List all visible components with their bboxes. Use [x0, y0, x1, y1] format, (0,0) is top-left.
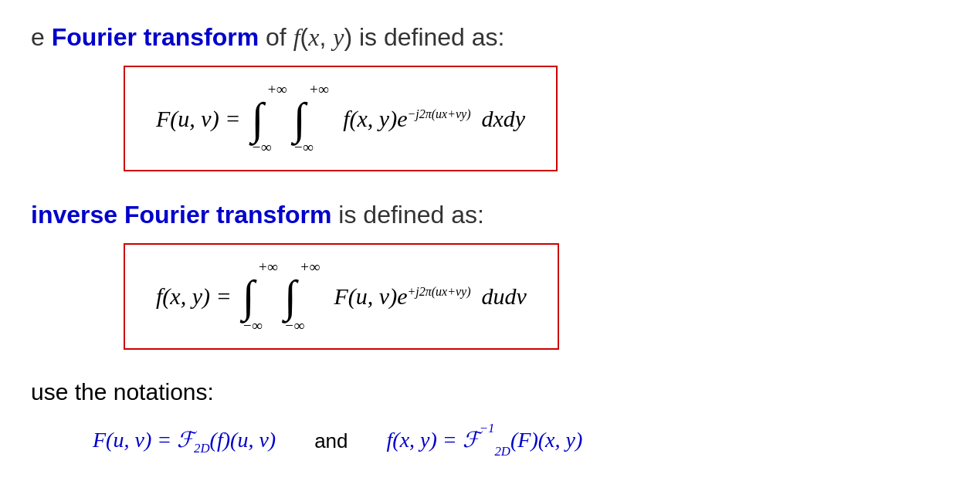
inverse-fourier-label: inverse Fourier transform — [31, 201, 331, 229]
integral2-sign: ∫ — [293, 100, 306, 137]
inverse-fourier-section: inverse Fourier transform is defined as:… — [31, 201, 949, 357]
integral3-bottom: −∞ — [242, 317, 263, 334]
formula2-lhs: f(x, y) = — [156, 283, 232, 310]
fourier-transform-label: Fourier transform — [52, 23, 259, 51]
formula-2-content: f(x, y) = +∞ ∫ −∞ +∞ ∫ −∞ F(u, v)e — [156, 259, 527, 334]
formula2-integrand: F(u, v)e+j2π(ux+vy) — [334, 283, 470, 310]
formula1-lhs: F(u, v) = — [156, 106, 240, 132]
fourier-transform-section: e Fourier transform of f(x, y) is define… — [31, 23, 949, 179]
integral4-bottom: −∞ — [284, 317, 304, 334]
formula2-differential: dudv — [482, 283, 527, 310]
double-integral-2: +∞ ∫ −∞ +∞ ∫ −∞ — [242, 259, 327, 334]
formula-box-2: f(x, y) = +∞ ∫ −∞ +∞ ∫ −∞ F(u, v)e — [124, 243, 559, 349]
notation-formulas: F(u, v) = ℱ2D(f)(u, v) and f(x, y) = ℱ−1… — [93, 427, 949, 456]
integral4-sign: ∫ — [284, 277, 297, 315]
heading-prefix: e — [31, 23, 52, 51]
formula-box-1: F(u, v) = +∞ ∫ −∞ +∞ ∫ −∞ f(x, y)e — [124, 66, 558, 171]
formula-1-content: F(u, v) = +∞ ∫ −∞ +∞ ∫ −∞ f(x, y)e — [156, 81, 525, 156]
double-integral-1: +∞ ∫ −∞ +∞ ∫ −∞ — [251, 81, 335, 156]
var-y: y — [333, 23, 344, 51]
integral1-sign: ∫ — [251, 100, 263, 137]
integral1-bottom: −∞ — [251, 139, 271, 156]
notation-lhs: F(u, v) = ℱ2D(f)(u, v) — [93, 427, 276, 456]
integral3-top: +∞ — [258, 259, 278, 276]
notation-section: use the notations: F(u, v) = ℱ2D(f)(u, v… — [31, 379, 949, 456]
function-fxy: f — [293, 23, 300, 51]
integral3-sign: ∫ — [242, 277, 255, 315]
notation-intro-text: use the notations: — [31, 379, 214, 405]
formula1-integrand: f(x, y)e−j2π(ux+vy) — [343, 106, 470, 132]
notation-and-text: and — [314, 429, 348, 453]
notation-intro-line: use the notations: — [31, 379, 949, 405]
notation-rhs: f(x, y) = ℱ−12D(F)(x, y) — [387, 427, 583, 456]
integral4-top: +∞ — [300, 259, 320, 276]
formula1-differential: dxdy — [482, 106, 526, 132]
integral2-bottom: −∞ — [293, 139, 314, 156]
fourier-transform-heading: e Fourier transform of f(x, y) is define… — [31, 23, 949, 52]
var-x: x — [308, 23, 319, 51]
integral2-top: +∞ — [309, 81, 329, 98]
inverse-fourier-heading: inverse Fourier transform is defined as: — [31, 201, 949, 229]
integral1-top: +∞ — [266, 81, 287, 98]
